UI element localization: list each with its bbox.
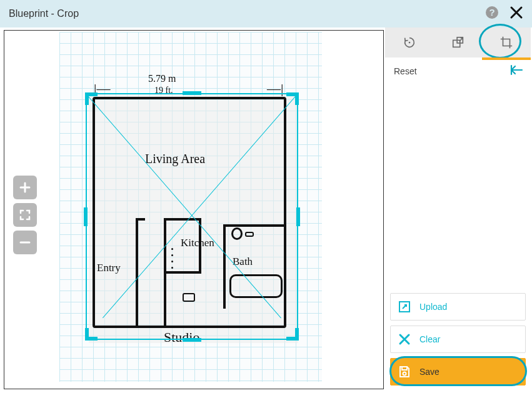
zoom-controls	[13, 176, 37, 254]
crop-handle-l[interactable]	[84, 207, 88, 226]
close-icon[interactable]	[509, 6, 523, 22]
zoom-out-button[interactable]	[13, 231, 37, 254]
crop-handle-tr[interactable]	[286, 92, 299, 105]
action-list: Upload Clear Save	[385, 288, 531, 393]
dimension-meters: 5.79 m	[148, 73, 176, 84]
svg-text:?: ?	[489, 7, 494, 17]
svg-rect-6	[402, 367, 407, 370]
sidebar: Reset Upload Clear Save	[385, 27, 531, 393]
clear-button[interactable]: Clear	[390, 326, 526, 353]
crop-handle-b[interactable]	[183, 338, 201, 342]
tab-crop[interactable]	[482, 27, 531, 57]
save-label: Save	[419, 367, 439, 377]
clear-icon	[397, 332, 412, 347]
upload-label: Upload	[419, 302, 447, 312]
crop-rectangle[interactable]	[86, 93, 298, 340]
header-bar: Blueprint - Crop ?	[0, 0, 532, 27]
svg-point-7	[403, 372, 406, 376]
crop-handle-t[interactable]	[183, 91, 201, 95]
crop-handle-r[interactable]	[296, 207, 300, 226]
save-button[interactable]: Save	[390, 358, 526, 386]
canvas[interactable]: 5.79 m 19 ft. |— —| Living Area Kitchen …	[4, 30, 384, 389]
fullscreen-button[interactable]	[13, 203, 37, 227]
zoom-in-button[interactable]	[13, 176, 37, 199]
header-actions: ?	[484, 5, 523, 22]
reset-button[interactable]	[509, 64, 523, 78]
crop-handle-br[interactable]	[286, 328, 299, 341]
crop-handle-bl[interactable]	[85, 328, 98, 341]
svg-point-2	[408, 42, 410, 44]
help-icon[interactable]: ?	[484, 5, 499, 22]
reset-row: Reset	[385, 57, 531, 84]
tab-scale[interactable]	[434, 27, 483, 57]
tab-rotate[interactable]	[385, 27, 434, 57]
window-title: Blueprint - Crop	[9, 8, 79, 19]
crop-handle-tl[interactable]	[85, 92, 98, 105]
tool-tabs	[385, 27, 531, 57]
reset-label: Reset	[394, 66, 417, 76]
clear-label: Clear	[419, 334, 440, 344]
save-icon	[397, 364, 412, 379]
upload-button[interactable]: Upload	[390, 293, 526, 321]
svg-rect-3	[453, 40, 459, 47]
upload-icon	[397, 299, 412, 314]
